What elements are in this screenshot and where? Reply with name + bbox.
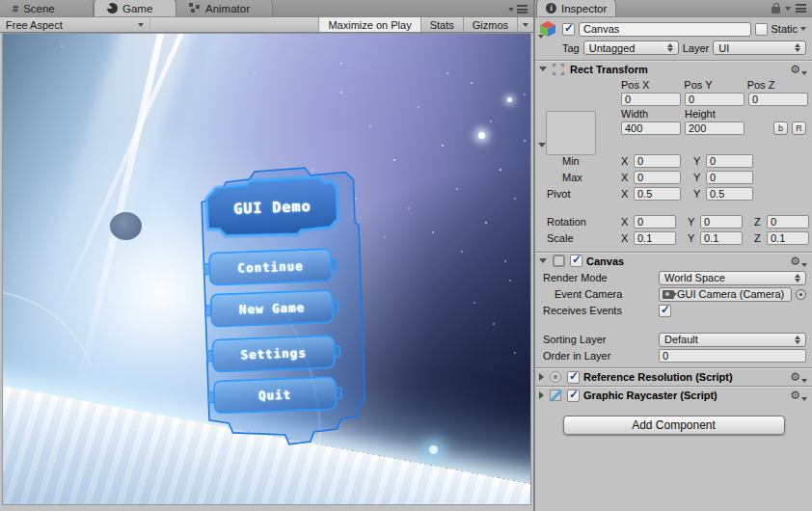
gizmos-dropdown-button[interactable] bbox=[517, 17, 533, 32]
maximize-on-play-button[interactable]: Maximize on Play bbox=[318, 17, 420, 32]
gameobject-active-checkbox[interactable] bbox=[562, 23, 575, 36]
canvas-gear-button[interactable]: ⚙ bbox=[790, 256, 807, 267]
reference-resolution-icon bbox=[548, 369, 563, 385]
event-camera-object-field[interactable]: GUI Camera (Camera) bbox=[659, 287, 792, 302]
game-panel-menu[interactable] bbox=[508, 5, 533, 16]
tab-animator-label: Animator bbox=[205, 3, 250, 14]
rotation-x-field[interactable]: 0 bbox=[634, 215, 676, 229]
pivot-label: Pivot bbox=[547, 188, 621, 200]
reference-resolution-gear-button[interactable]: ⚙ bbox=[790, 371, 807, 383]
canvas-enabled-checkbox[interactable] bbox=[570, 255, 582, 267]
anchor-max-row: Max X 0 Y 0 bbox=[535, 169, 806, 185]
continue-button[interactable]: Continue bbox=[209, 249, 332, 284]
graphic-raycaster-checkbox[interactable] bbox=[567, 390, 580, 402]
stats-button[interactable]: Stats bbox=[420, 17, 463, 32]
render-mode-dropdown[interactable]: World Space bbox=[659, 271, 806, 285]
raw-edit-mode-button[interactable]: R bbox=[792, 121, 806, 135]
graphic-raycaster-icon bbox=[548, 388, 563, 403]
anchors-foldout[interactable] bbox=[538, 143, 546, 148]
tag-value: Untagged bbox=[589, 42, 636, 54]
aspect-dropdown[interactable]: Free Aspect bbox=[0, 17, 150, 32]
layer-label: Layer bbox=[683, 42, 710, 54]
gameobject-name-field[interactable]: Canvas bbox=[579, 22, 751, 37]
receives-events-checkbox[interactable] bbox=[659, 305, 671, 317]
animator-icon bbox=[189, 3, 201, 13]
reference-resolution-foldout[interactable] bbox=[539, 373, 544, 381]
inspector-dropdown-icon[interactable] bbox=[785, 7, 791, 11]
event-camera-label: Event Camera bbox=[543, 288, 659, 300]
height-field[interactable]: 200 bbox=[685, 121, 744, 135]
star-field bbox=[3, 34, 5, 36]
canvas-foldout[interactable] bbox=[539, 258, 547, 263]
tab-animator[interactable]: Animator bbox=[176, 0, 273, 16]
order-in-layer-field[interactable]: 0 bbox=[659, 349, 806, 363]
layer-dropdown[interactable]: UI bbox=[713, 40, 806, 55]
tab-scene[interactable]: # Scene bbox=[0, 0, 94, 16]
layer-value: UI bbox=[718, 42, 729, 54]
gear-dropdown-icon bbox=[801, 71, 807, 75]
graphic-raycaster-foldout[interactable] bbox=[539, 391, 544, 399]
rect-transform-gear-button[interactable]: ⚙ bbox=[790, 64, 807, 75]
static-dropdown-icon[interactable] bbox=[800, 27, 806, 31]
reference-resolution-title: Reference Resolution (Script) bbox=[583, 371, 733, 383]
tab-inspector[interactable]: i Inspector bbox=[536, 0, 616, 16]
dropdown-arrows-icon bbox=[791, 274, 800, 282]
info-icon: i bbox=[546, 3, 556, 13]
anchor-max-x-field[interactable]: 0 bbox=[634, 171, 681, 184]
scale-x-field[interactable]: 0.1 bbox=[634, 231, 676, 245]
gameobject-cube-icon[interactable] bbox=[539, 20, 558, 38]
bright-star bbox=[507, 97, 512, 102]
axis-y-label: Y bbox=[693, 155, 703, 167]
rotation-label: Rotation bbox=[547, 216, 621, 228]
rotation-y-field[interactable]: 0 bbox=[700, 215, 743, 229]
max-label: Max bbox=[562, 172, 621, 183]
bright-star bbox=[478, 132, 485, 139]
anchor-max-y-field[interactable]: 0 bbox=[706, 171, 753, 184]
scale-z-field[interactable]: 0.1 bbox=[767, 231, 809, 245]
pivot-x-field[interactable]: 0.5 bbox=[634, 187, 681, 201]
anchor-min-x-field[interactable]: 0 bbox=[634, 154, 681, 168]
sorting-layer-dropdown[interactable]: Default bbox=[659, 333, 806, 347]
anchor-min-y-field[interactable]: 0 bbox=[706, 154, 753, 168]
gear-dropdown-icon bbox=[801, 397, 807, 401]
menu-title: GUI Demo bbox=[207, 183, 338, 231]
rect-transform-foldout[interactable] bbox=[539, 67, 547, 71]
pos-z-field[interactable]: 0 bbox=[748, 93, 808, 106]
tag-dropdown[interactable]: Untagged bbox=[583, 40, 679, 55]
pos-y-field[interactable]: 0 bbox=[685, 93, 744, 106]
gizmos-button[interactable]: Gizmos bbox=[463, 17, 517, 32]
reference-resolution-checkbox[interactable] bbox=[567, 371, 580, 384]
settings-button[interactable]: Settings bbox=[212, 336, 335, 371]
dropdown-arrows-icon bbox=[791, 336, 800, 344]
game-toolbar: Free Aspect Maximize on Play Stats Gizmo… bbox=[0, 17, 533, 33]
tab-game[interactable]: Game bbox=[94, 0, 176, 16]
axis-y-label: Y bbox=[688, 232, 697, 244]
pivot-row: Pivot X 0.5 Y 0.5 bbox=[535, 185, 806, 202]
dropdown-arrows-icon bbox=[663, 43, 673, 52]
inspector-hamburger-icon[interactable] bbox=[796, 4, 806, 13]
width-field[interactable]: 400 bbox=[621, 121, 681, 135]
static-checkbox[interactable] bbox=[755, 23, 768, 36]
aspect-dropdown-arrow-icon bbox=[138, 23, 144, 27]
axis-z-label: Z bbox=[754, 216, 764, 228]
graphic-raycaster-gear-button[interactable]: ⚙ bbox=[790, 390, 807, 401]
pos-x-field[interactable]: 0 bbox=[621, 93, 681, 106]
quit-button[interactable]: Quit bbox=[214, 377, 337, 413]
rotation-z-field[interactable]: 0 bbox=[767, 215, 809, 229]
rect-transform-icon bbox=[551, 62, 566, 77]
scale-y-field[interactable]: 0.1 bbox=[700, 231, 743, 245]
unity-editor-window: # Scene Game Animator Free Aspect bbox=[0, 0, 812, 511]
order-in-layer-label: Order in Layer bbox=[543, 350, 659, 362]
game-panel: # Scene Game Animator Free Aspect bbox=[0, 0, 533, 511]
prefab-dropdown-icon bbox=[538, 35, 544, 39]
object-picker-icon[interactable] bbox=[796, 289, 806, 300]
lock-icon[interactable] bbox=[771, 7, 780, 13]
render-mode-value: World Space bbox=[664, 272, 725, 283]
add-component-button[interactable]: Add Component bbox=[563, 416, 785, 435]
scene-icon: # bbox=[13, 3, 18, 14]
new-game-button[interactable]: New Game bbox=[211, 290, 334, 326]
blueprint-mode-button[interactable]: b bbox=[773, 121, 788, 135]
min-label: Min bbox=[562, 155, 621, 167]
pivot-y-field[interactable]: 0.5 bbox=[706, 187, 753, 201]
gameobject-header: Canvas Static Tag Untagged Layer UI bbox=[535, 17, 812, 60]
